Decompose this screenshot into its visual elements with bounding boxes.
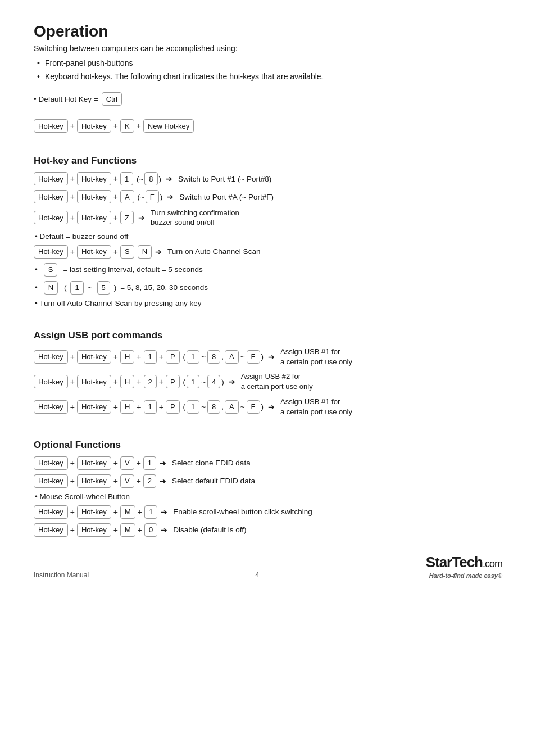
- s-note: • S = last setting interval, default = 5…: [34, 263, 502, 277]
- arrow-icon: ➔: [229, 377, 235, 386]
- default-hotkey-row: • Default Hot Key = Ctrl: [34, 92, 502, 106]
- a3-hk1: Hot-key: [34, 400, 68, 414]
- arrow-icon: ➔: [161, 526, 167, 535]
- plus-3: +: [137, 121, 141, 130]
- plus: +: [113, 192, 118, 201]
- a2-k1: 1: [187, 375, 199, 388]
- desc-3: Turn switching confirmation buzzer sound…: [151, 209, 239, 228]
- subtitle: Switching between computers can be accom…: [34, 44, 502, 53]
- optional-functions-title: Optional Functions: [34, 440, 502, 451]
- page-title: Operation: [34, 22, 502, 40]
- intro-bullets: Front-panel push-buttons Keyboard hot-ke…: [34, 58, 502, 81]
- assign-usb-title: Assign USB port commands: [34, 330, 502, 341]
- arrow-icon: ➔: [161, 508, 167, 517]
- a1-1: 1: [144, 350, 157, 364]
- startech-tagline: Hard-to-find made easy®: [426, 572, 502, 579]
- key-f: F: [146, 190, 159, 203]
- bullet-2: Keyboard hot-keys. The following chart i…: [34, 72, 502, 81]
- m1-desc: Enable scroll-wheel button click switchi…: [173, 508, 312, 516]
- paren: ): [160, 193, 163, 201]
- new-hotkey-key: New Hot-key: [143, 119, 194, 133]
- arrow-icon: ➔: [268, 402, 275, 411]
- o1-1: 1: [143, 456, 156, 470]
- a3-k4: F: [247, 400, 260, 414]
- a2-desc: Assign USB #2 for a certain port use onl…: [241, 372, 313, 392]
- o2-2: 2: [143, 474, 156, 488]
- hotkey-row-3: Hot-key + Hot-key + Z ➔ Turn switching c…: [34, 208, 502, 228]
- a1-h: H: [120, 350, 134, 364]
- hotkey-row-2: Hot-key + Hot-key + A (~ F ) ➔ Switch to…: [34, 190, 502, 203]
- a1-k1: 1: [187, 350, 199, 364]
- arrow-icon: ➔: [166, 174, 172, 183]
- change-hotkey-row: Hot-key + Hot-key + K + New Hot-key: [34, 119, 502, 133]
- m2-hk2: Hot-key: [77, 523, 111, 537]
- paren: (~: [134, 175, 143, 183]
- key-z: Z: [120, 211, 134, 224]
- footer-right: StarTech.com Hard-to-find made easy®: [426, 554, 502, 579]
- scan-desc: Turn on Auto Channel Scan: [167, 247, 260, 256]
- key-s: S: [120, 245, 134, 259]
- o2-desc: Select default EDID data: [172, 477, 255, 485]
- plus: +: [70, 213, 75, 222]
- o1-hk1: Hot-key: [34, 456, 68, 470]
- a3-k2: 8: [207, 400, 220, 414]
- mouse-row-2: Hot-key + Hot-key + M + 0 ➔ Disable (def…: [34, 523, 502, 537]
- arrow-icon: ➔: [268, 352, 275, 361]
- k-key: K: [120, 119, 134, 133]
- key-a: A: [120, 190, 134, 203]
- o1-hk2: Hot-key: [77, 456, 111, 470]
- m2-0: 0: [144, 523, 157, 537]
- a3-p: P: [166, 400, 180, 414]
- a1-k2: 8: [207, 350, 220, 364]
- a3-hk2: Hot-key: [77, 400, 111, 414]
- a3-k1: 1: [187, 400, 199, 414]
- assign-row-3: Hot-key + Hot-key + H + 1 + P ( 1 ~ 8 , …: [34, 397, 502, 417]
- plus-2: +: [113, 121, 118, 130]
- a2-hk1: Hot-key: [34, 375, 68, 388]
- hk2-2: Hot-key: [77, 190, 111, 203]
- o1-v: V: [120, 456, 134, 470]
- s-key: S: [44, 263, 58, 277]
- turnoff-note: • Turn off Auto Channel Scan by pressing…: [34, 299, 502, 307]
- footer: Instruction Manual 4 StarTech.com Hard-t…: [34, 554, 502, 579]
- hk1-1: Hot-key: [34, 172, 68, 185]
- arrow-icon: ➔: [160, 459, 166, 468]
- default-buzzer-note: • Default = buzzer sound off: [34, 232, 502, 241]
- m2-m: M: [120, 523, 135, 537]
- desc-1: Switch to Port #1 (~ Port#8): [178, 175, 271, 183]
- desc-2: Switch to Port #A (~ Port#F): [179, 193, 274, 201]
- bullet-1: Front-panel push-buttons: [34, 58, 502, 67]
- a1-p: P: [166, 350, 180, 364]
- footer-left: Instruction Manual: [34, 571, 89, 579]
- arrow-icon: ➔: [160, 477, 166, 486]
- a2-p: P: [166, 375, 180, 388]
- a1-k3: A: [225, 350, 239, 364]
- hk3-1: Hot-key: [34, 211, 68, 224]
- a2-k2: 4: [207, 375, 220, 388]
- arrow-icon: ➔: [167, 192, 174, 201]
- hotkey-2: Hot-key: [77, 119, 111, 133]
- startech-logo: StarTech.com: [426, 554, 502, 571]
- o2-v: V: [120, 474, 134, 488]
- plus: +: [70, 192, 75, 201]
- o2-hk2: Hot-key: [77, 474, 111, 488]
- assign-row-2: Hot-key + Hot-key + H + 2 + P ( 1 ~ 4 ) …: [34, 372, 502, 392]
- one-key: 1: [70, 281, 83, 295]
- m1-hk1: Hot-key: [34, 505, 68, 519]
- a1-desc: Assign USB #1 for a certain port use onl…: [280, 347, 352, 367]
- hk3-2: Hot-key: [77, 211, 111, 224]
- default-hotkey-label: • Default Hot Key =: [34, 95, 98, 103]
- key-8: 8: [144, 172, 157, 185]
- m1-hk2: Hot-key: [77, 505, 111, 519]
- a1-hk2: Hot-key: [77, 350, 111, 364]
- mouse-scroll-note: • Mouse Scroll-wheel Button: [34, 492, 502, 501]
- paren: ): [159, 175, 162, 183]
- o2-hk1: Hot-key: [34, 474, 68, 488]
- optional-row-2: Hot-key + Hot-key + V + 2 ➔ Select defau…: [34, 474, 502, 488]
- m2-desc: Disable (default is off): [173, 526, 246, 534]
- optional-row-1: Hot-key + Hot-key + V + 1 ➔ Select clone…: [34, 456, 502, 470]
- arrow-icon: ➔: [138, 213, 145, 222]
- a2-2: 2: [144, 375, 157, 388]
- scan-row: Hot-key + Hot-key + S N ➔ Turn on Auto C…: [34, 245, 502, 259]
- o1-desc: Select clone EDID data: [172, 459, 251, 467]
